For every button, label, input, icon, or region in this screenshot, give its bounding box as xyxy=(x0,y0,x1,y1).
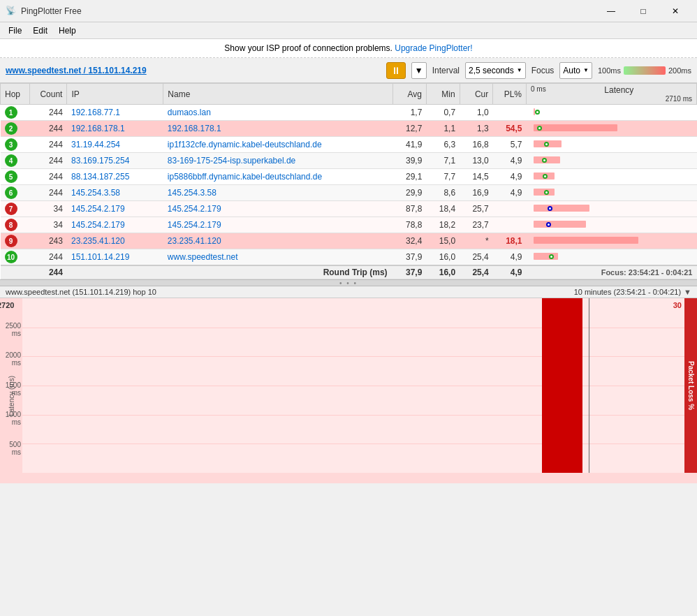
hop-number: 3 xyxy=(1,137,30,153)
focus-dropdown[interactable]: Auto ▼ xyxy=(559,62,592,79)
hop-ip[interactable]: 192.168.178.1 xyxy=(67,121,163,137)
hop-ip[interactable]: 145.254.2.179 xyxy=(67,217,163,233)
dropdown-arrow-button[interactable]: ▼ xyxy=(411,62,427,79)
focus-value: Auto xyxy=(563,66,580,75)
table-row[interactable]: 1 244 192.168.77.1 dumaos.lan 1,7 0,7 1,… xyxy=(1,105,697,121)
hop-min: 0,7 xyxy=(426,105,460,121)
col-latency: 0 ms Latency 2710 ms xyxy=(527,84,697,105)
hop-count: 34 xyxy=(30,217,67,233)
hop-count: 244 xyxy=(30,185,67,201)
hop-avg: 32,4 xyxy=(393,233,427,249)
y-axis-tick: 2000 ms xyxy=(0,351,21,367)
grid-line-3 xyxy=(22,386,697,386)
hop-ip[interactable]: 151.101.14.219 xyxy=(67,249,163,266)
interval-dropdown[interactable]: 2,5 seconds ▼ xyxy=(465,62,526,79)
vertical-marker xyxy=(589,298,589,473)
table-row[interactable]: 10 244 151.101.14.219 www.speedtest.net … xyxy=(1,249,697,266)
hop-name[interactable]: 83-169-175-254-isp.superkabel.de xyxy=(163,153,393,169)
hop-cur: * xyxy=(460,233,493,249)
menu-edit[interactable]: Edit xyxy=(27,24,53,37)
hop-latency-bar xyxy=(527,185,697,201)
hop-latency-bar xyxy=(527,217,697,233)
menu-file[interactable]: File xyxy=(3,24,27,37)
hop-cur: 14,5 xyxy=(460,169,493,185)
hop-cur: 1,0 xyxy=(460,105,493,121)
hop-name[interactable]: ip5886bbff.dynamic.kabel-deutschland.de xyxy=(163,169,393,185)
packet-loss-block-1 xyxy=(542,298,582,473)
hop-avg: 37,9 xyxy=(393,249,427,266)
hop-avg: 78,8 xyxy=(393,217,427,233)
table-row[interactable]: 5 244 88.134.187.255 ip5886bbff.dynamic.… xyxy=(1,169,697,185)
hop-name[interactable]: 145.254.2.179 xyxy=(163,201,393,217)
hop-count: 244 xyxy=(30,169,67,185)
hop-pl: 5,7 xyxy=(493,137,527,153)
hop-number: 7 xyxy=(1,201,30,217)
table-row[interactable]: 7 34 145.254.2.179 145.254.2.179 87,8 18… xyxy=(1,201,697,217)
hop-ip[interactable]: 145.254.2.179 xyxy=(67,201,163,217)
table-row[interactable]: 4 244 83.169.175.254 83-169-175-254-isp.… xyxy=(1,153,697,169)
hop-name[interactable]: ip1f132cfe.dynamic.kabel-deutschland.de xyxy=(163,137,393,153)
hop-avg: 12,7 xyxy=(393,121,427,137)
menu-help[interactable]: Help xyxy=(53,24,82,37)
maximize-button[interactable]: □ xyxy=(627,0,659,22)
hop-ip[interactable]: 31.19.44.254 xyxy=(67,137,163,153)
hop-latency-bar xyxy=(527,105,697,121)
hop-cur: 13,0 xyxy=(460,153,493,169)
table-row[interactable]: 3 244 31.19.44.254 ip1f132cfe.dynamic.ka… xyxy=(1,137,697,153)
col-name: Name xyxy=(163,84,393,105)
hop-count: 244 xyxy=(30,249,67,266)
col-pl: PL% xyxy=(493,84,527,105)
hop-min: 8,6 xyxy=(426,185,460,201)
hop-ip[interactable]: 192.168.77.1 xyxy=(67,105,163,121)
table-row[interactable]: 9 243 23.235.41.120 23.235.41.120 32,4 1… xyxy=(1,233,697,249)
hop-cur: 16,9 xyxy=(460,185,493,201)
hop-latency-bar xyxy=(527,137,697,153)
hop-number: 1 xyxy=(1,105,30,121)
bottom-header: www.speedtest.net (151.101.14.219) hop 1… xyxy=(0,286,697,298)
hop-cur: 1,3 xyxy=(460,121,493,137)
hop-ip[interactable]: 88.134.187.255 xyxy=(67,169,163,185)
hop-name[interactable]: 145.254.2.179 xyxy=(163,217,393,233)
hop-latency-bar xyxy=(527,121,697,137)
scale-200ms: 200ms xyxy=(668,66,691,75)
hop-name[interactable]: dumaos.lan xyxy=(163,105,393,121)
interval-value: 2,5 seconds xyxy=(469,66,514,75)
hop-number: 4 xyxy=(1,153,30,169)
hop-name[interactable]: 192.168.178.1 xyxy=(163,121,393,137)
hop-name[interactable]: 23.235.41.120 xyxy=(163,233,393,249)
hop-name[interactable]: 145.254.3.58 xyxy=(163,185,393,201)
latency-scale: 100ms 200ms xyxy=(598,66,691,75)
hop-count: 243 xyxy=(30,233,67,249)
table-row[interactable]: 8 34 145.254.2.179 145.254.2.179 78,8 18… xyxy=(1,217,697,233)
hop-ip[interactable]: 145.254.3.58 xyxy=(67,185,163,201)
col-hop: Hop xyxy=(1,84,30,105)
hop-number: 5 xyxy=(1,169,30,185)
hop-count: 244 xyxy=(30,105,67,121)
table-row[interactable]: 2 244 192.168.178.1 192.168.178.1 12,7 1… xyxy=(1,121,697,137)
upgrade-link[interactable]: Upgrade PingPlotter! xyxy=(395,43,472,53)
hop-pl: 4,9 xyxy=(493,153,527,169)
hop-latency-bar xyxy=(527,201,697,217)
grid-line-1 xyxy=(22,328,697,328)
hop-avg: 41,9 xyxy=(393,137,427,153)
target-host[interactable]: www.speedtest.net xyxy=(6,66,81,75)
hop-name[interactable]: www.speedtest.net xyxy=(163,249,393,266)
pause-button[interactable]: ⏸ xyxy=(386,62,406,79)
hop-ip[interactable]: 83.169.175.254 xyxy=(67,153,163,169)
col-ip: IP xyxy=(67,84,163,105)
y-axis: 2720 Latency (ms) 2500 ms2000 ms1500 ms1… xyxy=(0,298,22,473)
hop-ip[interactable]: 23.235.41.120 xyxy=(67,233,163,249)
splitter[interactable]: • • • xyxy=(0,279,697,286)
chart-top-right-value: 30 xyxy=(673,301,682,309)
minimize-button[interactable]: — xyxy=(595,0,627,22)
hop-number: 9 xyxy=(1,233,30,249)
footer-row: 244 Round Trip (ms) 37,9 16,0 25,4 4,9 F… xyxy=(1,265,697,279)
close-button[interactable]: ✕ xyxy=(659,0,691,22)
hop-latency-bar xyxy=(527,249,697,266)
table-row[interactable]: 6 244 145.254.3.58 145.254.3.58 29,9 8,6… xyxy=(1,185,697,201)
bottom-panel-toggle[interactable]: ▼ xyxy=(684,288,691,296)
col-min: Min xyxy=(426,84,460,105)
banner: Show your ISP proof of connection proble… xyxy=(0,39,697,58)
footer-focus: Focus: 23:54:21 - 0:04:21 xyxy=(527,265,697,279)
table-header-row: Hop Count IP Name Avg Min Cur PL% 0 ms L… xyxy=(1,84,697,105)
